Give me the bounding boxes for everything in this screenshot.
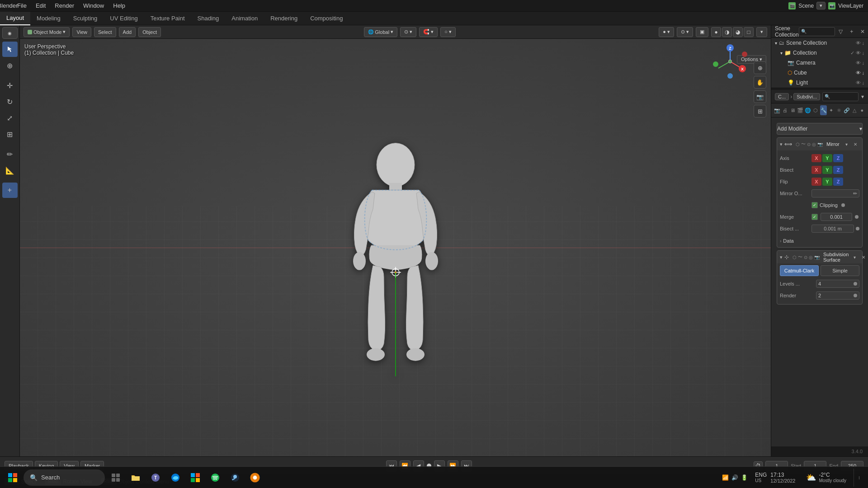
merge-checkbox[interactable]: ✓ bbox=[811, 214, 818, 220]
add-object-tool[interactable]: + bbox=[2, 183, 18, 198]
battery-icon[interactable]: 🔋 bbox=[741, 474, 748, 481]
output-props-icon[interactable]: 🖨 bbox=[782, 105, 788, 115]
render-props-icon[interactable]: 📷 bbox=[774, 105, 780, 115]
cursor-tool[interactable]: ⊕ bbox=[2, 58, 18, 73]
viewport-canvas[interactable]: User Perspective (1) Collection | Cube O… bbox=[20, 39, 771, 456]
subdiv-remove-btn[interactable]: ✕ bbox=[859, 253, 868, 261]
particles-props-icon[interactable]: ✦ bbox=[828, 105, 835, 115]
menu-file[interactable]: File bbox=[13, 0, 31, 12]
collection-item[interactable]: ▾ 📁 Collection ✓ 👁 ↓ bbox=[771, 48, 868, 58]
zoom-to-fit[interactable]: ⊕ bbox=[754, 61, 766, 74]
proportional-edit[interactable]: ○ ▾ bbox=[440, 27, 456, 37]
windows-start-button[interactable] bbox=[4, 469, 22, 487]
menu-help[interactable]: Help bbox=[108, 0, 130, 12]
navigation-gizmo[interactable]: Z X bbox=[712, 43, 748, 80]
wireframe-mode[interactable]: □ bbox=[744, 27, 754, 37]
tab-rendering[interactable]: Rendering bbox=[264, 12, 304, 25]
scene-collection-item[interactable]: ▾ 🗂 Scene Collection 👁 ↓ bbox=[771, 38, 868, 48]
tab-animation[interactable]: Animation bbox=[225, 12, 264, 25]
solid-mode[interactable]: ● bbox=[711, 27, 721, 37]
move-tool[interactable]: ✛ bbox=[2, 78, 18, 93]
merge-value-input[interactable]: 0.001 bbox=[821, 213, 852, 221]
modifier-props-icon active[interactable]: 🔧 bbox=[820, 105, 826, 115]
world-props-icon[interactable]: 🌐 bbox=[805, 105, 811, 115]
tab-uv-editing[interactable]: UV Editing bbox=[104, 12, 144, 25]
breadcrumb-cube[interactable]: C... bbox=[775, 93, 789, 100]
flip-x-button[interactable]: X bbox=[811, 178, 821, 186]
volume-icon[interactable]: 🔊 bbox=[731, 474, 738, 481]
viewport[interactable]: Object Mode ▾ View Select Add Object 🌐 G… bbox=[20, 25, 771, 456]
data-toggle[interactable]: › Data bbox=[780, 237, 859, 244]
light-select[interactable]: ↓ bbox=[862, 80, 865, 85]
network-icon[interactable]: 📶 bbox=[722, 474, 729, 481]
render-input[interactable]: 2 bbox=[816, 291, 859, 300]
menu-window[interactable]: Window bbox=[79, 0, 108, 12]
cube-select[interactable]: ↓ bbox=[862, 70, 865, 75]
scale-tool[interactable]: ⤢ bbox=[2, 110, 18, 126]
simple-button[interactable]: Simple bbox=[821, 265, 859, 276]
bisect-z-button[interactable]: Z bbox=[833, 166, 843, 174]
scene-select-icon[interactable]: ↓ bbox=[862, 40, 865, 46]
transform-dropdown[interactable]: 🌐 Global ▾ bbox=[364, 27, 397, 37]
bisect-dist-input[interactable]: 0.001 m bbox=[811, 225, 854, 233]
tab-shading[interactable]: Shading bbox=[191, 12, 226, 25]
mirror-expand-btn[interactable]: ▾ bbox=[842, 140, 850, 148]
axis-x-button[interactable]: X bbox=[811, 154, 821, 162]
subdiv-expand-btn[interactable]: ▾ bbox=[850, 253, 859, 261]
viewport-options[interactable]: ▾ bbox=[756, 27, 767, 37]
outliner-search[interactable]: 🔍 bbox=[799, 27, 835, 36]
flip-y-button[interactable]: Y bbox=[822, 178, 832, 186]
object-mode-dropdown[interactable]: Object Mode ▾ bbox=[24, 27, 70, 37]
camera-view[interactable]: 📷 bbox=[754, 90, 766, 103]
add-modifier-button[interactable]: Add Modifier ▾ bbox=[777, 123, 863, 135]
pan-view[interactable]: ✋ bbox=[754, 76, 766, 89]
xray[interactable]: ▣ bbox=[696, 27, 708, 37]
rendered-mode[interactable]: ◕ bbox=[733, 27, 743, 37]
spotify-button[interactable] bbox=[206, 469, 224, 487]
collection-visible[interactable]: 👁 bbox=[856, 50, 861, 56]
cube-item[interactable]: ⬡ Cube 👁 ↓ bbox=[771, 68, 868, 78]
clock-area[interactable]: ENG US 17:13 12/12/2022 bbox=[751, 472, 799, 483]
light-visible[interactable]: 👁 bbox=[856, 80, 861, 85]
collection-checkmark[interactable]: ✓ bbox=[850, 50, 854, 56]
measure-tool[interactable]: 📐 bbox=[2, 163, 18, 178]
cube-visible[interactable]: 👁 bbox=[856, 70, 861, 75]
annotate-tool[interactable]: ✏ bbox=[2, 146, 18, 162]
task-view-button[interactable] bbox=[107, 469, 125, 487]
scene-selector[interactable]: ▾ bbox=[816, 2, 826, 9]
tab-texture-paint[interactable]: Texture Paint bbox=[144, 12, 191, 25]
show-desktop-button[interactable]: | bbox=[854, 469, 864, 487]
axis-z-button[interactable]: Z bbox=[833, 154, 843, 162]
tab-layout[interactable]: Layout bbox=[0, 12, 30, 25]
viewport-shading[interactable]: ● ▾ bbox=[659, 27, 674, 37]
menu-edit[interactable]: Edit bbox=[31, 0, 50, 12]
pivot-dropdown[interactable]: ⊙ ▾ bbox=[400, 27, 416, 37]
windows-store-button[interactable] bbox=[186, 469, 204, 487]
view-props-icon[interactable]: 🖥 bbox=[789, 105, 796, 115]
physics-props-icon[interactable]: ⚛ bbox=[836, 105, 842, 115]
flip-z-button[interactable]: Z bbox=[833, 178, 843, 186]
mirror-object-edit[interactable]: ✏ bbox=[853, 191, 857, 197]
camera-select[interactable]: ↓ bbox=[862, 60, 865, 66]
mirror-remove-btn[interactable]: ✕ bbox=[851, 140, 859, 148]
data-props-icon[interactable]: △ bbox=[851, 105, 858, 115]
overlay[interactable]: ⊙ ▾ bbox=[677, 27, 693, 37]
collection-select[interactable]: ↓ bbox=[862, 50, 865, 56]
constraints-props-icon[interactable]: 🔗 bbox=[844, 105, 850, 115]
edge-button[interactable] bbox=[166, 469, 184, 487]
subdiv-expand-icon[interactable]: ▾ bbox=[780, 254, 783, 260]
steam-button[interactable] bbox=[226, 469, 244, 487]
select-tool[interactable] bbox=[2, 42, 18, 57]
object-menu[interactable]: Object bbox=[138, 27, 161, 37]
properties-expand[interactable]: ▾ bbox=[859, 92, 866, 102]
blender-taskbar-button[interactable] bbox=[246, 469, 264, 487]
breadcrumb-subdivide[interactable]: Subdivi... bbox=[793, 93, 820, 100]
select-menu[interactable]: Select bbox=[94, 27, 116, 37]
outliner-new[interactable]: + bbox=[847, 27, 857, 37]
bisect-y-button[interactable]: Y bbox=[822, 166, 832, 174]
scene-visible-icon[interactable]: 👁 bbox=[856, 40, 861, 46]
outliner-close[interactable]: ✕ bbox=[858, 27, 868, 37]
object-props-icon[interactable]: ⬡ bbox=[812, 105, 819, 115]
material-props-icon[interactable]: ● bbox=[859, 105, 865, 115]
teams-button[interactable]: T bbox=[146, 469, 165, 487]
